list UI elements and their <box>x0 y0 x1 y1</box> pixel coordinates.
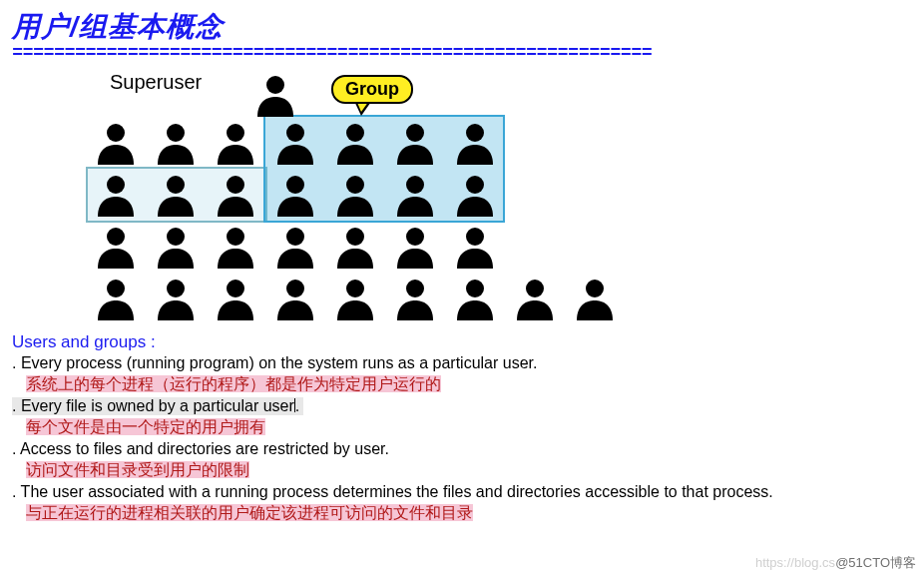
bullet-en: . Every process (running program) on the… <box>12 354 912 372</box>
svg-point-11 <box>286 176 304 194</box>
user-icon <box>391 275 439 322</box>
user-icon <box>571 275 619 322</box>
user-icon <box>331 275 379 322</box>
user-icon <box>391 119 439 167</box>
user-icon <box>271 223 319 271</box>
superuser-label: Superuser <box>110 71 202 94</box>
svg-point-25 <box>286 280 304 297</box>
user-icon <box>152 223 200 271</box>
svg-point-22 <box>107 280 125 297</box>
svg-point-4 <box>286 124 304 142</box>
svg-point-5 <box>346 124 364 142</box>
user-icon <box>271 275 319 322</box>
user-icon <box>331 119 379 167</box>
bullet-en: . Every file is owned by a particular us… <box>12 397 303 415</box>
svg-point-20 <box>406 228 424 246</box>
svg-point-23 <box>167 280 185 297</box>
svg-point-26 <box>346 280 364 297</box>
svg-point-12 <box>346 176 364 194</box>
bullet-cn: 与正在运行的进程相关联的用户确定该进程可访问的文件和目录 <box>26 503 912 524</box>
svg-point-16 <box>167 228 185 246</box>
user-icon <box>92 275 140 322</box>
watermark: https://blog.cs@51CTO博客 <box>755 554 916 572</box>
user-icon <box>271 119 319 167</box>
svg-point-29 <box>526 280 544 297</box>
user-icon <box>511 275 559 322</box>
watermark-url: https://blog.cs <box>755 555 835 570</box>
bullet-en: . Access to files and directories are re… <box>12 440 912 458</box>
bullet-en: . The user associated with a running pro… <box>12 483 912 501</box>
svg-point-10 <box>227 176 244 194</box>
user-icon <box>212 171 259 219</box>
superuser-icon <box>251 71 299 119</box>
user-icon <box>152 275 200 322</box>
svg-point-30 <box>586 280 604 297</box>
bullet-cn: 每个文件是由一个特定的用户拥有 <box>26 417 912 438</box>
svg-point-9 <box>167 176 185 194</box>
svg-point-21 <box>466 228 484 246</box>
page-title: 用户/组基本概念 <box>12 8 912 46</box>
title-divider: ========================================… <box>12 42 912 63</box>
subheading: Users and groups : <box>12 332 912 352</box>
svg-point-2 <box>167 124 185 142</box>
svg-point-14 <box>466 176 484 194</box>
user-icon <box>152 171 200 219</box>
svg-point-27 <box>406 280 424 297</box>
svg-point-19 <box>346 228 364 246</box>
svg-point-17 <box>227 228 244 246</box>
bullet-cn: 访问文件和目录受到用户的限制 <box>26 460 912 481</box>
user-icon <box>152 119 200 167</box>
user-icon <box>391 171 439 219</box>
user-group-diagram: Superuser Group <box>12 67 651 326</box>
svg-point-18 <box>286 228 304 246</box>
text-cursor <box>294 398 295 412</box>
svg-point-28 <box>466 280 484 297</box>
svg-point-1 <box>107 124 125 142</box>
user-icon <box>451 275 499 322</box>
user-icon <box>331 223 379 271</box>
svg-point-15 <box>107 228 125 246</box>
user-icon <box>391 223 439 271</box>
svg-point-24 <box>227 280 244 297</box>
svg-point-8 <box>107 176 125 194</box>
user-icon <box>331 171 379 219</box>
user-icon <box>451 171 499 219</box>
user-icon <box>271 171 319 219</box>
group-label-bubble: Group <box>331 75 413 104</box>
user-icon <box>92 119 140 167</box>
user-icon <box>212 223 259 271</box>
bullet-cn: 系统上的每个进程（运行的程序）都是作为特定用户运行的 <box>26 374 912 395</box>
watermark-at: @51CTO博客 <box>835 555 916 570</box>
svg-point-13 <box>406 176 424 194</box>
user-icon <box>451 223 499 271</box>
user-icon <box>212 119 259 167</box>
svg-point-6 <box>406 124 424 142</box>
svg-point-7 <box>466 124 484 142</box>
svg-point-0 <box>266 76 284 94</box>
user-icon <box>212 275 259 322</box>
user-icon <box>451 119 499 167</box>
user-icon <box>92 223 140 271</box>
svg-point-3 <box>227 124 244 142</box>
user-icon <box>92 171 140 219</box>
